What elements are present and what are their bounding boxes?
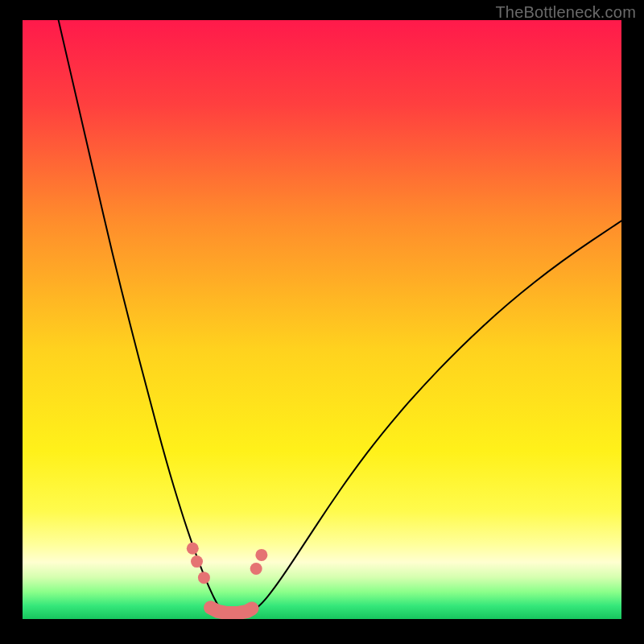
gradient-background [23, 20, 621, 619]
watermark-text: TheBottleneck.com [495, 3, 636, 22]
marker-left-1 [191, 555, 203, 568]
marker-left-2 [198, 572, 210, 584]
marker-right-1 [255, 549, 267, 561]
valley-dot-strip [211, 608, 252, 613]
bottleneck-curve-plot [23, 20, 621, 619]
chart-frame [23, 20, 621, 619]
marker-right-0 [250, 563, 262, 575]
marker-left-0 [187, 543, 199, 555]
